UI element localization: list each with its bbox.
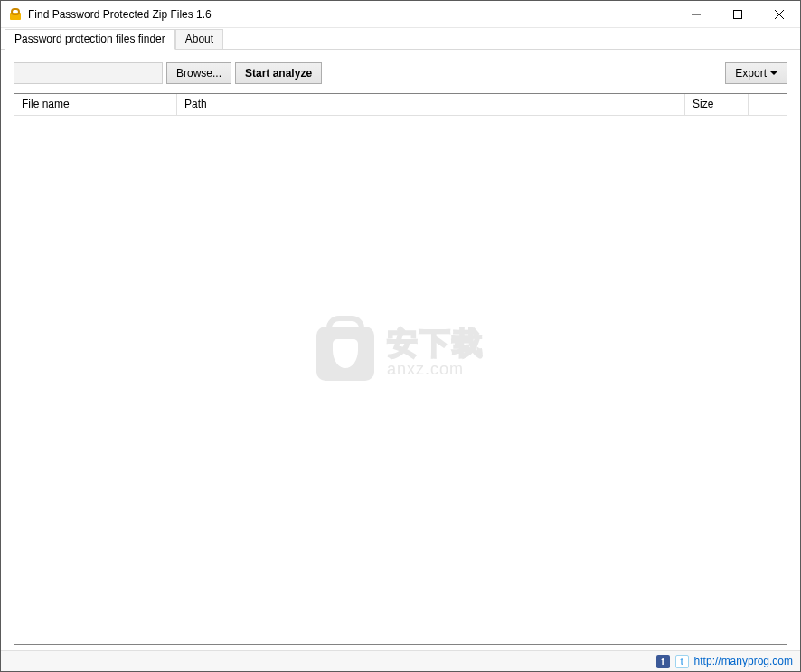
app-window: Find Password Protected Zip Files 1.6 Pa…	[0, 0, 801, 672]
content-area: Browse... Start analyze Export File name…	[1, 50, 800, 650]
watermark: 安下载 anxz.com	[316, 327, 485, 381]
app-icon	[8, 7, 23, 22]
watermark-bag-icon	[316, 327, 374, 381]
homepage-link[interactable]: http://manyprog.com	[694, 655, 793, 667]
toolbar: Browse... Start analyze Export	[14, 62, 787, 84]
column-header-extra[interactable]	[749, 94, 787, 116]
export-button[interactable]: Export	[725, 62, 787, 84]
svg-rect-3	[734, 10, 742, 18]
svg-rect-1	[12, 9, 19, 14]
column-header-filename[interactable]: File name	[14, 94, 177, 116]
statusbar: f t http://manyprog.com	[1, 650, 800, 671]
close-button[interactable]	[759, 1, 800, 27]
tab-strip: Password protection files finder About	[1, 28, 800, 50]
window-title: Find Password Protected Zip Files 1.6	[28, 7, 675, 21]
export-label: Export	[735, 67, 767, 80]
tab-about[interactable]: About	[175, 29, 223, 50]
table-body: 安下载 anxz.com	[14, 116, 787, 644]
titlebar: Find Password Protected Zip Files 1.6	[1, 1, 800, 28]
column-header-size[interactable]: Size	[685, 94, 749, 116]
watermark-chinese: 安下载	[387, 327, 485, 358]
table-header: File name Path Size	[14, 94, 787, 116]
facebook-icon[interactable]: f	[656, 655, 670, 668]
minimize-button[interactable]	[675, 1, 717, 27]
results-table: File name Path Size 安下载 anxz.com	[14, 93, 787, 645]
chevron-down-icon	[770, 71, 777, 75]
path-input[interactable]	[14, 62, 163, 84]
window-controls	[675, 1, 800, 27]
tab-main[interactable]: Password protection files finder	[5, 29, 175, 50]
start-analyze-button[interactable]: Start analyze	[235, 62, 322, 84]
watermark-domain: anxz.com	[387, 360, 464, 379]
column-header-path[interactable]: Path	[177, 94, 685, 116]
twitter-icon[interactable]: t	[675, 655, 689, 668]
maximize-button[interactable]	[717, 1, 759, 27]
browse-button[interactable]: Browse...	[166, 62, 231, 84]
